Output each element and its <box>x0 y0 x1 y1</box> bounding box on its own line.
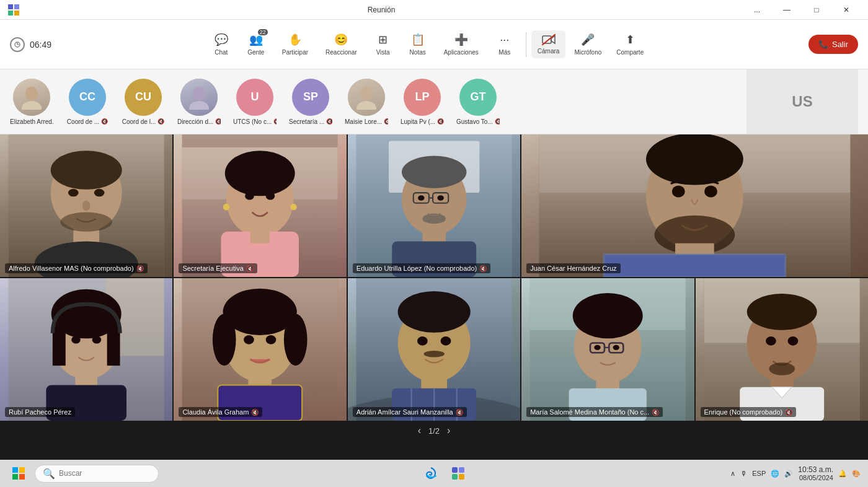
search-icon: 🔍 <box>43 468 55 480</box>
participant-name-maisie: Maisie Lore... 🔇 <box>345 118 388 125</box>
svg-point-13 <box>189 101 209 110</box>
camera-icon <box>542 34 556 45</box>
react-icon: 😊 <box>334 33 348 46</box>
video-label-secretaria: Secretaría Ejecutiva 🔇 <box>179 263 257 273</box>
title-bar-left <box>7 4 20 16</box>
share-icon: ⬆ <box>626 33 635 46</box>
minimize-button[interactable]: — <box>773 0 801 20</box>
volume-icon: 🔊 <box>784 470 793 478</box>
avatar-gt: GT <box>459 79 497 116</box>
video-feed-claudia <box>174 278 346 421</box>
start-button[interactable] <box>7 462 30 485</box>
svg-point-113 <box>746 294 817 330</box>
avatar-elizabeth <box>13 79 50 116</box>
video-label-rubi: Rubí Pacheco Pérez <box>5 407 75 417</box>
teams-taskbar-icon[interactable] <box>447 462 469 485</box>
svg-point-82 <box>244 335 254 344</box>
video-label-juan: Juan César Hernández Cruz <box>526 263 620 273</box>
mute-icon-direccion: 🔇 <box>215 118 221 125</box>
taskbar-clock: 10:53 a.m. 08/05/2024 <box>798 465 833 481</box>
close-button[interactable]: ✕ <box>832 0 861 20</box>
prev-page-button[interactable]: ‹ <box>418 425 421 436</box>
view-icon: ⊞ <box>378 33 388 46</box>
participant-direccion[interactable]: Dirección d... 🔇 <box>177 79 221 125</box>
mute-icon-sp: 🔇 <box>326 118 332 125</box>
svg-point-11 <box>22 101 42 110</box>
search-input[interactable] <box>59 469 152 478</box>
svg-point-96 <box>423 351 444 357</box>
svg-rect-7 <box>542 36 551 43</box>
notes-button[interactable]: 📋 Notas <box>402 29 434 59</box>
svg-point-15 <box>356 101 376 110</box>
participant-sp[interactable]: SP Secretaría ... 🔇 <box>289 79 332 125</box>
edge-icon[interactable] <box>420 462 442 485</box>
svg-point-119 <box>769 362 795 375</box>
microphone-button[interactable]: 🎤 Micrófono <box>568 29 608 59</box>
video-mute-secretaria: 🔇 <box>246 265 254 272</box>
three-dots-button[interactable]: ... <box>743 0 771 20</box>
chat-icon: 💬 <box>215 33 228 46</box>
network-icon: 🌐 <box>771 470 779 478</box>
svg-point-61 <box>704 186 717 198</box>
video-cell-eduardo: Eduardo Utrilla López (No comprobado) 🔇 <box>348 134 520 277</box>
video-cell-enrique: Enrique (No comprobado) 🔇 <box>696 278 868 421</box>
search-box[interactable]: 🔍 <box>35 465 159 483</box>
taskbar-color-icon: 🎨 <box>852 470 861 478</box>
svg-point-19 <box>51 151 122 190</box>
up-arrow-icon: ∧ <box>730 470 735 478</box>
participant-elizabeth[interactable]: Elizabeth Arred... 🔇 <box>10 79 53 125</box>
microphone-icon: 🎤 <box>581 33 595 46</box>
share-button[interactable]: ⬆ Comparte <box>610 29 650 59</box>
video-feed-secretaria <box>174 134 346 277</box>
video-grid: Alfredo Villasenor MAS (No comprobado) 🔇 <box>0 134 868 421</box>
avatar-lp: LP <box>404 79 441 116</box>
toolbar: 06:49 💬 Chat 👥 22 Gente ✋ Participar 😊 R… <box>0 20 868 69</box>
view-button[interactable]: ⊞ Vista <box>367 29 399 59</box>
participant-cu[interactable]: CU Coord de l... 🔇 <box>122 79 165 125</box>
participant-name-cc: Coord de ... 🔇 <box>67 118 108 125</box>
svg-point-34 <box>246 192 255 200</box>
participate-button[interactable]: ✋ Participar <box>275 29 316 59</box>
svg-point-49 <box>437 195 443 200</box>
avatar-cc: CC <box>69 79 106 116</box>
video-cell-maria: María Salomé Medina Montaño (No c... 🔇 <box>521 278 694 421</box>
maximize-button[interactable]: □ <box>802 0 831 20</box>
video-cell-rubi: Rubí Pacheco Pérez <box>0 278 172 421</box>
people-button[interactable]: 👥 22 Gente <box>240 29 272 59</box>
avatar-sp: SP <box>292 79 329 116</box>
video-label-alfredo: Alfredo Villasenor MAS (No comprobado) 🔇 <box>5 263 148 273</box>
video-label-eduardo: Eduardo Utrilla López (No comprobado) 🔇 <box>353 263 490 273</box>
avatar-direccion <box>180 79 218 116</box>
more-button[interactable]: ··· Más <box>489 30 521 59</box>
apps-button[interactable]: ➕ Aplicaciones <box>436 29 486 59</box>
svg-rect-1 <box>14 4 19 9</box>
mute-icon-lp: 🔇 <box>437 118 444 125</box>
svg-point-55 <box>646 134 743 185</box>
video-cell-alfredo: Alfredo Villasenor MAS (No comprobado) 🔇 <box>0 134 172 277</box>
participant-cc[interactable]: CC Coord de ... 🔇 <box>66 79 109 125</box>
svg-rect-121 <box>19 467 25 473</box>
svg-point-77 <box>213 314 236 366</box>
svg-point-14 <box>360 87 373 100</box>
toolbar-right: 📞 Salir <box>804 35 858 54</box>
mute-icon-cu: 🔇 <box>157 118 164 125</box>
svg-rect-123 <box>19 474 25 480</box>
people-icon: 👥 22 <box>249 33 263 46</box>
leave-button[interactable]: 📞 Salir <box>808 35 858 54</box>
mute-icon-utcs: 🔇 <box>273 118 277 125</box>
participant-name-gt: Gustavo To... 🔇 <box>456 118 500 125</box>
video-mute-eduardo: 🔇 <box>479 265 487 272</box>
participant-gt[interactable]: GT Gustavo To... 🔇 <box>456 79 500 125</box>
chat-button[interactable]: 💬 Chat <box>205 29 237 59</box>
svg-point-36 <box>223 204 229 210</box>
video-label-adrian: Adrián Amílcar Sauri Manzanilla 🔇 <box>353 407 467 417</box>
participant-maisie[interactable]: Maisie Lore... 🔇 <box>345 79 388 125</box>
react-button[interactable]: 😊 Reaccionar <box>318 29 365 59</box>
next-page-button[interactable]: › <box>447 425 450 436</box>
language-label: ESP <box>752 470 766 477</box>
video-mute-alfredo: 🔇 <box>136 265 144 272</box>
participant-lp[interactable]: LP Lupita Pv (... 🔇 <box>401 79 444 125</box>
camera-button[interactable]: Cámara <box>531 30 566 58</box>
participant-name-lp: Lupita Pv (... 🔇 <box>401 118 444 125</box>
participant-utcs[interactable]: U UTCS (No c... 🔇 <box>233 79 277 125</box>
